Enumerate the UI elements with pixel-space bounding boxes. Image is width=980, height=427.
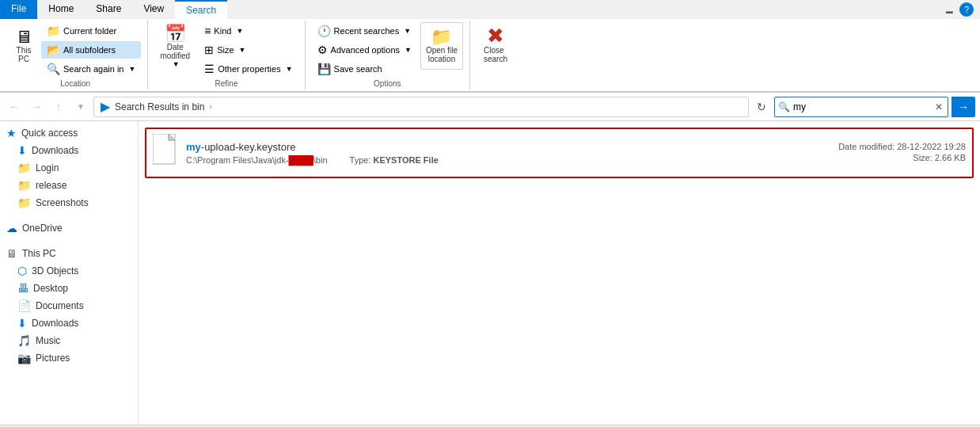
kind-icon: ≡ bbox=[204, 25, 211, 37]
tab-share[interactable]: Share bbox=[85, 0, 132, 19]
sidebar-item-screenshots[interactable]: 📁 Screenshots bbox=[0, 194, 138, 212]
search-box: 🔍 ✕ bbox=[774, 97, 948, 117]
sidebar-divider-2 bbox=[0, 238, 138, 245]
documents-icon: 📄 bbox=[17, 299, 31, 312]
size-icon: ⊞ bbox=[204, 44, 214, 56]
recent-searches-dropdown-arrow: ▼ bbox=[404, 27, 411, 35]
tab-home[interactable]: Home bbox=[37, 0, 85, 19]
date-modified-icon: 📅 bbox=[165, 25, 186, 43]
minimize-icon[interactable]: 🗕 bbox=[939, 2, 959, 17]
kind-label: Kind bbox=[214, 26, 231, 36]
sidebar-item-thispc[interactable]: 🖥 This PC bbox=[0, 245, 138, 262]
forward-button[interactable]: → bbox=[27, 97, 46, 116]
all-subfolders-button[interactable]: 📂 All subfolders bbox=[41, 41, 141, 59]
recent-locations-button[interactable]: ▼ bbox=[71, 97, 90, 116]
pictures-icon: 📷 bbox=[17, 352, 31, 364]
quickaccess-icon: ★ bbox=[6, 127, 17, 139]
save-search-button[interactable]: 💾 Save search bbox=[312, 60, 417, 78]
help-icon[interactable]: ? bbox=[959, 2, 974, 17]
other-properties-label: Other properties bbox=[218, 64, 280, 74]
sidebar-section-thispc: 🖥 This PC ⬡ 3D Objects 🖶 Desktop 📄 Docum… bbox=[0, 245, 138, 367]
other-properties-dropdown-arrow: ▼ bbox=[286, 65, 293, 73]
sidebar: ★ Quick access ⬇ Downloads 📁 Login 📁 rel… bbox=[0, 121, 139, 425]
size-label: Size bbox=[217, 45, 234, 55]
pictures-label: Pictures bbox=[36, 353, 70, 364]
sidebar-item-music[interactable]: 🎵 Music bbox=[0, 332, 138, 349]
3dobjects-icon: ⬡ bbox=[17, 265, 27, 277]
close-search-button[interactable]: ✖ Closesearch bbox=[477, 22, 515, 67]
file-date-modified: Date modified: 28-12-2022 19:28 bbox=[838, 142, 966, 151]
ribbon-content: 🖥 ThisPC 📁 Current folder 📂 All subfolde… bbox=[0, 19, 980, 92]
file-info: my-upload-key.keystore C:\Program Files\… bbox=[186, 141, 838, 165]
type-label: Type: bbox=[350, 155, 371, 165]
size-button[interactable]: ⊞ Size ▼ bbox=[199, 41, 298, 59]
thispc-sidebar-label: This PC bbox=[22, 248, 56, 259]
onedrive-label: OneDrive bbox=[22, 223, 63, 234]
login-icon: 📁 bbox=[17, 162, 31, 174]
sidebar-item-desktop[interactable]: 🖶 Desktop bbox=[0, 280, 138, 297]
search-again-button[interactable]: 🔍 Search again in ▼ bbox=[41, 60, 141, 78]
date-modified-dropdown-arrow: ▼ bbox=[173, 60, 180, 68]
search-go-button[interactable]: → bbox=[952, 97, 975, 117]
refresh-button[interactable]: ↻ bbox=[752, 97, 771, 116]
login-label: Login bbox=[36, 162, 59, 173]
advanced-options-dropdown-arrow: ▼ bbox=[405, 46, 412, 54]
sidebar-item-downloads-qa[interactable]: ⬇ Downloads bbox=[0, 142, 138, 159]
current-folder-button[interactable]: 📁 Current folder bbox=[41, 22, 141, 40]
search-input[interactable] bbox=[793, 101, 933, 112]
date-label: Date modified: bbox=[838, 142, 895, 151]
options-group-label: Options bbox=[374, 78, 401, 88]
open-file-location-label: Open filelocation bbox=[426, 46, 458, 63]
all-subfolders-icon: 📂 bbox=[47, 44, 60, 56]
downloads-qa-icon: ⬇ bbox=[17, 144, 27, 157]
refine-group-label: Refine bbox=[215, 78, 238, 88]
this-pc-label: ThisPC bbox=[17, 46, 32, 63]
sidebar-item-documents[interactable]: 📄 Documents bbox=[0, 297, 138, 315]
this-pc-button[interactable]: 🖥 ThisPC bbox=[9, 22, 38, 70]
close-search-icon: ✖ bbox=[487, 25, 504, 46]
ribbon-group-refine-items: 📅 Datemodified ▼ ≡ Kind ▼ ⊞ Size bbox=[154, 22, 298, 78]
tab-file[interactable]: File bbox=[0, 0, 37, 19]
kind-button[interactable]: ≡ Kind ▼ bbox=[199, 22, 298, 40]
recent-searches-button[interactable]: 🕐 Recent searches ▼ bbox=[312, 22, 417, 40]
sidebar-item-login[interactable]: 📁 Login bbox=[0, 159, 138, 177]
release-label: release bbox=[36, 180, 66, 191]
search-box-icon: 🔍 bbox=[778, 101, 790, 112]
file-result-item[interactable]: my-upload-key.keystore C:\Program Files\… bbox=[145, 128, 974, 178]
sidebar-item-quickaccess[interactable]: ★ Quick access bbox=[0, 124, 138, 142]
current-folder-label: Current folder bbox=[63, 26, 116, 36]
search-again-dropdown-arrow: ▼ bbox=[128, 65, 135, 73]
ribbon-tabs: File Home Share View Search 🗕 ? bbox=[0, 0, 980, 19]
main-area: ★ Quick access ⬇ Downloads 📁 Login 📁 rel… bbox=[0, 121, 980, 425]
search-clear-button[interactable]: ✕ bbox=[933, 100, 944, 114]
back-button[interactable]: ← bbox=[5, 97, 24, 116]
quickaccess-label: Quick access bbox=[21, 128, 78, 139]
tab-view[interactable]: View bbox=[132, 0, 175, 19]
desktop-icon: 🖶 bbox=[17, 282, 28, 295]
sidebar-item-release[interactable]: 📁 release bbox=[0, 177, 138, 194]
sidebar-item-pictures[interactable]: 📷 Pictures bbox=[0, 349, 138, 367]
ribbon-group-location: 🖥 ThisPC 📁 Current folder 📂 All subfolde… bbox=[3, 21, 148, 90]
file-path-prefix: C:\Program Files\Java\jdk- bbox=[186, 155, 289, 165]
file-details-row: C:\Program Files\Java\jdk-████\bin Type:… bbox=[186, 155, 838, 165]
size-value: 2.66 KB bbox=[935, 153, 966, 162]
advanced-options-button[interactable]: ⚙ Advanced options ▼ bbox=[312, 41, 417, 59]
open-file-location-button[interactable]: 📁 Open filelocation bbox=[420, 22, 463, 70]
recent-searches-icon: 🕐 bbox=[317, 25, 331, 37]
sidebar-item-3dobjects[interactable]: ⬡ 3D Objects bbox=[0, 262, 138, 280]
recent-searches-label: Recent searches bbox=[334, 26, 400, 36]
address-path-text: Search Results in bin bbox=[115, 101, 204, 112]
downloads-qa-label: Downloads bbox=[32, 145, 78, 156]
sidebar-item-downloads[interactable]: ⬇ Downloads bbox=[0, 315, 138, 332]
up-button[interactable]: ↑ bbox=[49, 97, 68, 116]
kind-dropdown-arrow: ▼ bbox=[236, 27, 243, 35]
ribbon-group-close: ✖ Closesearch bbox=[470, 21, 521, 90]
tab-search[interactable]: Search bbox=[175, 0, 227, 19]
file-path-suffix: \bin bbox=[313, 155, 328, 165]
screenshots-label: Screenshots bbox=[36, 197, 89, 208]
other-properties-button[interactable]: ☰ Other properties ▼ bbox=[199, 60, 298, 78]
sidebar-item-onedrive[interactable]: ☁ OneDrive bbox=[0, 219, 138, 237]
address-path[interactable]: ▶ Search Results in bin › bbox=[93, 97, 749, 117]
date-modified-button[interactable]: 📅 Datemodified ▼ bbox=[154, 22, 196, 71]
music-icon: 🎵 bbox=[17, 334, 31, 347]
